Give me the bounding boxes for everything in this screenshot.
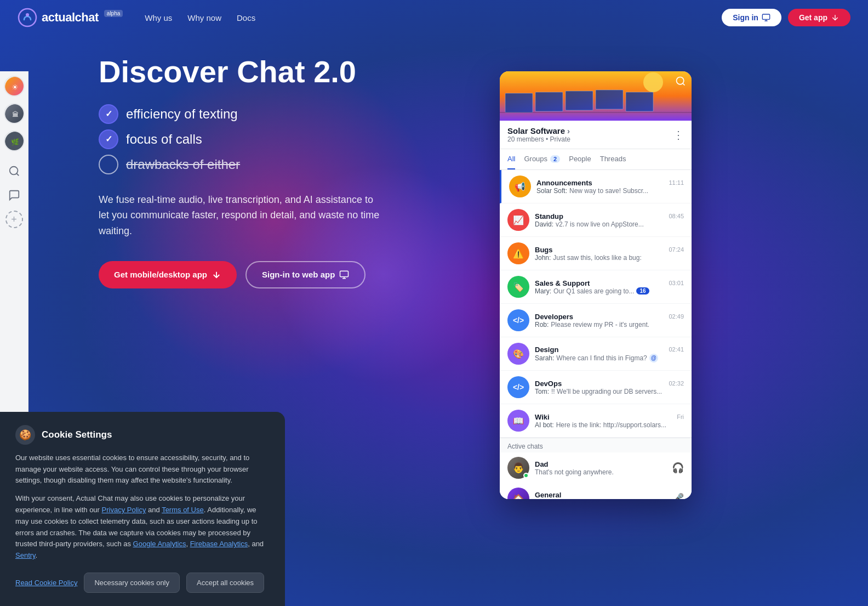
chat-item-wiki[interactable]: 📖 Wiki Fri AI bot: Here is the link: htt… xyxy=(500,404,692,438)
svg-rect-2 xyxy=(762,14,769,19)
panel-sidebar: ☀ 🏛 🌿 + xyxy=(0,71,28,428)
check-circle-3 xyxy=(99,155,118,174)
group-info: Solar Software › 20 members • Private xyxy=(507,126,570,143)
group-bar: Solar Software › 20 members • Private ⋮ xyxy=(500,121,692,149)
nav-docs[interactable]: Docs xyxy=(237,13,255,22)
sentry-link[interactable]: Sentry xyxy=(15,551,36,559)
checklist-item-1: ✓ efficiency of texting xyxy=(99,104,471,124)
svg-rect-9 xyxy=(566,91,593,110)
chat-avatar-developers: </> xyxy=(507,309,529,331)
active-chat-general[interactable]: 🏠 General You: Okey, we just landed 🙂 🎤 xyxy=(500,483,692,499)
chat-avatar-standup: 📈 xyxy=(507,209,529,231)
privacy-policy-link[interactable]: Privacy Policy xyxy=(102,506,146,514)
chat-content-devops: DevOps 02:32 Tom: !! We'll be upgrading … xyxy=(535,380,684,395)
chat-avatar-wiki: 📖 xyxy=(507,410,529,432)
chat-content-standup: Standup 08:45 David: v2.7 is now live on… xyxy=(535,212,684,228)
chat-item-announcements[interactable]: 📢 Announcements 11:11 Solar Soft: New wa… xyxy=(500,170,692,203)
svg-rect-7 xyxy=(505,93,533,112)
hero-buttons: Get mobile/desktop app Sign-in to web ap… xyxy=(99,261,471,288)
read-cookie-policy-button[interactable]: Read Cookie Policy xyxy=(15,579,77,587)
nav-why-now[interactable]: Why now xyxy=(187,13,221,22)
svg-point-4 xyxy=(9,167,18,175)
logo-icon xyxy=(18,8,37,27)
group-meta: 20 members • Private xyxy=(507,135,570,143)
panel-hero-image xyxy=(500,71,692,121)
chat-item-design[interactable]: 🎨 Design 02:41 Sarah: Where can I find t… xyxy=(500,337,692,371)
chat-item-devops[interactable]: </> DevOps 02:32 Tom: !! We'll be upgrad… xyxy=(500,371,692,404)
active-info-general: General You: Okey, we just landed 🙂 xyxy=(535,491,666,500)
active-chat-dad[interactable]: 👨 Dad That's not going anywhere. 🎧 xyxy=(500,452,692,483)
checklist-item-2: ✓ focus of calls xyxy=(99,129,471,149)
checklist-item-3: drawbacks of either xyxy=(99,155,471,174)
tabs: All Groups 2 People Threads xyxy=(500,149,692,170)
headphones-icon: 🎧 xyxy=(672,462,684,474)
chat-content-design: Design 02:41 Sarah: Where can I find thi… xyxy=(535,346,684,363)
svg-point-1 xyxy=(26,13,29,16)
group-name: Solar Software › xyxy=(507,126,570,135)
tab-all[interactable]: All xyxy=(507,149,515,169)
chat-list: 📢 Announcements 11:11 Solar Soft: New wa… xyxy=(500,170,692,499)
chat-item-standup[interactable]: 📈 Standup 08:45 David: v2.7 is now live … xyxy=(500,203,692,237)
cookie-body2: With your consent, Actual Chat may also … xyxy=(15,493,270,562)
svg-point-6 xyxy=(643,72,663,92)
svg-rect-11 xyxy=(626,92,653,111)
chat-item-sales[interactable]: 🏷️ Sales & Support 03:01 Mary: Our Q1 sa… xyxy=(500,270,692,304)
hero-section: Discover Chat 2.0 ✓ efficiency of textin… xyxy=(99,55,471,288)
add-group-button[interactable]: + xyxy=(5,211,23,228)
chat-item-developers[interactable]: </> Developers 02:49 Rob: Please review … xyxy=(500,304,692,337)
tab-groups[interactable]: Groups 2 xyxy=(524,149,560,169)
svg-rect-10 xyxy=(596,90,623,109)
online-indicator xyxy=(523,473,529,478)
google-analytics-link[interactable]: Google Analytics xyxy=(133,540,186,548)
get-mobile-app-button[interactable]: Get mobile/desktop app xyxy=(99,261,237,288)
panel-search-icon[interactable] xyxy=(675,76,686,89)
alpha-badge: alpha xyxy=(104,10,123,17)
signin-web-button[interactable]: Sign-in to web app xyxy=(245,261,366,288)
check-circle-1: ✓ xyxy=(99,104,118,124)
chat-avatar-bugs: ⚠️ xyxy=(507,242,529,264)
chat-avatar-devops: </> xyxy=(507,376,529,398)
logo-area: actualchat alpha xyxy=(18,8,123,27)
download-icon xyxy=(831,13,840,22)
chat-content-bugs: Bugs 07:24 John: Just saw this, looks li… xyxy=(535,246,684,262)
getapp-button[interactable]: Get app xyxy=(788,9,850,26)
chat-avatar-announcements: 📢 xyxy=(509,175,531,197)
download-icon-2 xyxy=(212,270,221,280)
accept-all-cookies-button[interactable]: Accept all cookies xyxy=(186,573,264,593)
chat-content-sales: Sales & Support 03:01 Mary: Our Q1 sales… xyxy=(535,279,684,295)
logo-text: actualchat xyxy=(42,10,99,25)
svg-point-13 xyxy=(677,77,684,84)
chat-item-bugs[interactable]: ⚠️ Bugs 07:24 John: Just saw this, looks… xyxy=(500,237,692,270)
check-circle-2: ✓ xyxy=(99,129,118,149)
mention-badge-design: @ xyxy=(649,354,658,363)
group-options-button[interactable]: ⋮ xyxy=(673,128,684,141)
tab-people[interactable]: People xyxy=(569,149,591,169)
solar-panel-image xyxy=(500,71,692,121)
sidebar-avatar-group1[interactable]: ☀ xyxy=(4,76,25,97)
nav-why-us[interactable]: Why us xyxy=(145,13,172,22)
panel-main: Solar Software › 20 members • Private ⋮ … xyxy=(500,121,692,499)
sidebar-avatar-group2[interactable]: 🏛 xyxy=(4,103,25,124)
sidebar-avatar-group3[interactable]: 🌿 xyxy=(4,131,25,151)
header-right: Sign in Get app xyxy=(722,9,850,26)
chat-avatar-sales: 🏷️ xyxy=(507,276,529,298)
cookie-body1: Our website uses essential cookies to en… xyxy=(15,452,270,486)
header: actualchat alpha Why us Why now Docs Sig… xyxy=(0,0,868,35)
necessary-cookies-button[interactable]: Necessary cookies only xyxy=(84,573,180,593)
cookie-title: Cookie Settings xyxy=(42,429,112,440)
chat-content-wiki: Wiki Fri AI bot: Here is the link: http:… xyxy=(535,413,684,429)
checklist: ✓ efficiency of texting ✓ focus of calls… xyxy=(99,104,471,174)
sidebar-nav-icon2[interactable] xyxy=(3,184,25,206)
chat-content-developers: Developers 02:49 Rob: Please review my P… xyxy=(535,313,684,329)
tab-threads[interactable]: Threads xyxy=(600,149,626,169)
groups-badge: 2 xyxy=(550,155,560,163)
monitor-icon xyxy=(762,13,770,22)
hero-description: We fuse real-time audio, live transcript… xyxy=(99,192,384,239)
sidebar-nav-icon1[interactable] xyxy=(3,160,25,182)
signin-button[interactable]: Sign in xyxy=(722,9,781,26)
active-info-dad: Dad That's not going anywhere. xyxy=(535,460,666,476)
monitor-icon-2 xyxy=(339,270,349,280)
firebase-analytics-link[interactable]: Firebase Analytics xyxy=(190,540,248,548)
unread-badge-sales: 16 xyxy=(636,287,649,294)
terms-of-use-link[interactable]: Terms of Use xyxy=(162,506,204,514)
